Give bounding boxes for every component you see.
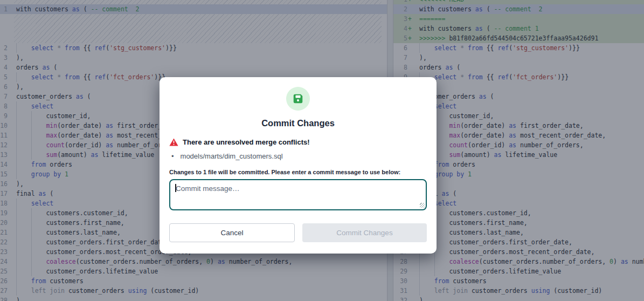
modal-buttons: Cancel Commit Changes — [169, 223, 427, 242]
warning-triangle-icon — [169, 138, 178, 146]
commit-message-field-wrap — [169, 179, 427, 210]
commit-changes-modal: Commit Changes There are unresolved merg… — [160, 77, 437, 254]
conflicted-file-path: models/marts/dim_customers.sql — [181, 152, 283, 160]
save-icon-badge — [286, 87, 310, 111]
textarea-resize-handle[interactable] — [420, 203, 425, 208]
ide-screen: 1with customers as ( -- comment 22 selec… — [0, 0, 644, 301]
warning-text: There are unresolved merge conflicts! — [183, 138, 310, 146]
cancel-button[interactable]: Cancel — [169, 223, 295, 242]
floppy-disk-icon — [292, 93, 304, 105]
commit-message-input[interactable] — [169, 179, 427, 210]
list-bullet: • — [171, 152, 174, 160]
commit-instructions: Changes to 1 file will be committed. Ple… — [169, 169, 427, 176]
text-cursor — [175, 184, 176, 192]
modal-title: Commit Changes — [160, 118, 437, 129]
commit-changes-button[interactable]: Commit Changes — [302, 223, 427, 242]
merge-conflict-warning: There are unresolved merge conflicts! — [169, 138, 427, 146]
conflicted-file-item: • models/marts/dim_customers.sql — [171, 152, 427, 160]
